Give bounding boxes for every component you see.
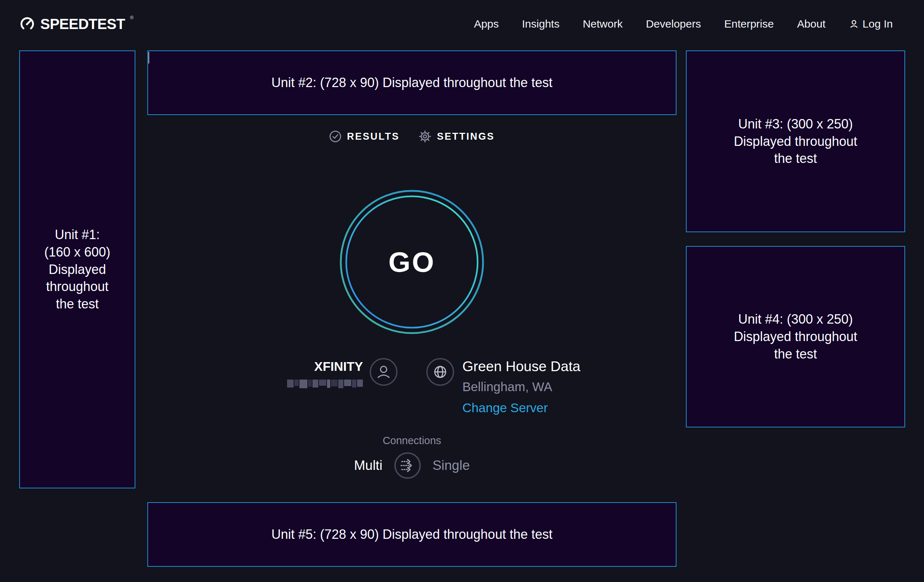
connections-option-multi[interactable]: Multi xyxy=(354,458,383,473)
nav-item-apps[interactable]: Apps xyxy=(474,18,499,30)
tab-results-label: RESULTS xyxy=(347,131,399,142)
tab-settings[interactable]: SETTINGS xyxy=(419,130,495,143)
server-location: Bellingham, WA xyxy=(462,379,580,394)
globe-circle-icon xyxy=(426,358,454,386)
ad-placeholder-text: Unit #4: (300 x 250) Displayed throughou… xyxy=(734,311,857,363)
change-server-link[interactable]: Change Server xyxy=(462,401,548,415)
gear-icon xyxy=(419,130,432,143)
connections-row: Multi Single xyxy=(147,452,676,479)
ad-placeholder-text: Unit #3: (300 x 250) Displayed throughou… xyxy=(734,115,857,168)
logo-wordmark: SPEEDTEST xyxy=(40,16,125,32)
ad-placeholder-text: Unit #2: (728 x 90) Displayed throughout… xyxy=(271,74,553,91)
top-nav-bar: SPEEDTEST ® Apps Insights Network Develo… xyxy=(0,0,924,48)
server-block: Green House Data Bellingham, WA Change S… xyxy=(426,358,580,415)
connection-mode-toggle[interactable] xyxy=(394,452,421,479)
ad-unit-5-leaderboard[interactable]: Unit #5: (728 x 90) Displayed throughout… xyxy=(147,502,676,567)
tab-settings-label: SETTINGS xyxy=(437,131,495,142)
connections-option-single[interactable]: Single xyxy=(432,458,470,473)
check-circle-icon xyxy=(329,130,342,143)
ad-placeholder-text: Unit #5: (728 x 90) Displayed throughout… xyxy=(271,526,553,543)
trademark-symbol: ® xyxy=(130,16,134,20)
ad-placeholder-text: Unit #1: (160 x 600) Displayed throughou… xyxy=(44,226,111,313)
isp-block: XFINITY xyxy=(282,358,398,389)
go-button-label: GO xyxy=(339,190,485,335)
isp-name: XFINITY xyxy=(282,359,363,374)
main-nav: Apps Insights Network Developers Enterpr… xyxy=(474,18,893,30)
speedometer-gauge-icon xyxy=(19,16,35,32)
login-label: Log In xyxy=(863,18,893,30)
login-button[interactable]: Log In xyxy=(849,18,893,30)
nav-item-developers[interactable]: Developers xyxy=(646,18,701,30)
ad-unit-4-rectangle[interactable]: Unit #4: (300 x 250) Displayed throughou… xyxy=(686,246,905,427)
host-info-row: XFINITY Green House Data Bell xyxy=(282,358,580,415)
text-caret-artifact xyxy=(148,52,149,64)
nav-item-about[interactable]: About xyxy=(797,18,825,30)
nav-item-network[interactable]: Network xyxy=(583,18,623,30)
server-name: Green House Data xyxy=(462,358,580,374)
user-icon xyxy=(849,19,859,29)
tab-results[interactable]: RESULTS xyxy=(329,130,399,143)
nav-item-enterprise[interactable]: Enterprise xyxy=(724,18,774,30)
user-circle-icon xyxy=(370,358,398,386)
ad-unit-1-skyscraper[interactable]: Unit #1: (160 x 600) Displayed throughou… xyxy=(19,50,135,488)
ad-unit-3-rectangle[interactable]: Unit #3: (300 x 250) Displayed throughou… xyxy=(686,50,905,232)
go-button[interactable]: GO xyxy=(339,190,485,335)
view-tabs: RESULTS SETTINGS xyxy=(147,130,676,143)
speedtest-logo[interactable]: SPEEDTEST ® xyxy=(19,16,134,32)
ad-unit-2-leaderboard[interactable]: Unit #2: (728 x 90) Displayed throughout… xyxy=(147,50,676,115)
nav-item-insights[interactable]: Insights xyxy=(522,18,559,30)
masked-ip xyxy=(282,379,363,389)
connections-label: Connections xyxy=(147,435,676,447)
